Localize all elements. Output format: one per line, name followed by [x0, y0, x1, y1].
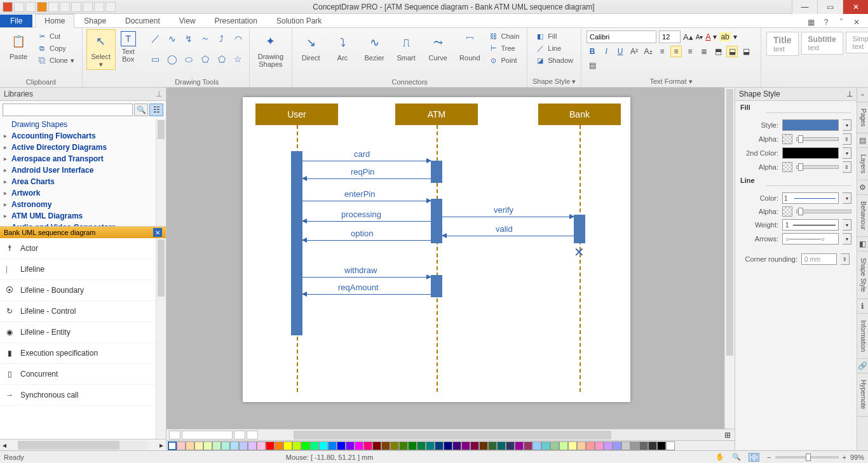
msg-valid[interactable]	[442, 236, 574, 236]
vtab-pages-icon[interactable]: ▫	[857, 88, 868, 102]
align-justify-button[interactable]: ≣	[698, 46, 710, 57]
page-first-icon[interactable]	[169, 431, 180, 440]
color-swatch[interactable]	[435, 441, 444, 450]
lib-item[interactable]: Area Charts	[0, 176, 166, 187]
color-swatch[interactable]	[275, 441, 283, 450]
shape-concurrent[interactable]: ▯Concurrent	[0, 364, 166, 385]
color-swatch[interactable]	[666, 441, 675, 450]
connector-arc[interactable]: ⤵Arc	[328, 30, 357, 64]
exec-bank[interactable]	[574, 215, 585, 243]
spline-tool[interactable]: ∿	[165, 32, 179, 46]
corner-rounding-input[interactable]: 0 mm	[801, 253, 837, 265]
fill-style-dropdown[interactable]	[782, 119, 839, 131]
decrease-font-icon[interactable]: A▾	[696, 34, 703, 41]
msg-card[interactable]	[302, 161, 431, 161]
font-size-input[interactable]	[659, 30, 681, 43]
color-swatch[interactable]	[559, 441, 568, 450]
color-swatch[interactable]	[630, 441, 639, 450]
arc-tool[interactable]: ◠	[231, 32, 245, 46]
color-swatch[interactable]	[292, 441, 301, 450]
color-swatch[interactable]	[310, 441, 319, 450]
line-tool[interactable]: ／	[149, 32, 163, 46]
color-swatch[interactable]	[524, 441, 532, 450]
shape-lifeline-control[interactable]: ↻Lifeline - Control	[0, 301, 166, 322]
line-button[interactable]: ／Line	[534, 43, 574, 54]
lib-item[interactable]: Drawing Shapes	[0, 119, 166, 130]
lifeline-user[interactable]: User	[255, 104, 338, 125]
vtab-shapestyle-icon[interactable]: ◧	[857, 237, 868, 252]
corner-spinner[interactable]: ⇕	[841, 253, 850, 265]
close-doc-icon[interactable]: ✕	[851, 17, 862, 27]
select-tool[interactable]: ↖ Select▾	[86, 29, 116, 70]
tab-view[interactable]: View	[170, 14, 205, 27]
valign-top-button[interactable]: ⬒	[712, 46, 724, 57]
line-alpha-slider[interactable]	[796, 210, 851, 213]
color-swatch[interactable]	[541, 441, 550, 450]
color-swatch[interactable]	[506, 441, 515, 450]
library-search-input[interactable]	[3, 104, 133, 116]
minimize-button[interactable]: —	[792, 0, 817, 14]
color-swatch[interactable]	[257, 441, 266, 450]
polygon-tool[interactable]: ⬠	[215, 52, 229, 66]
close-library-icon[interactable]: ✕	[153, 228, 162, 237]
exec-atm-3[interactable]	[431, 275, 442, 297]
tab-presentation[interactable]: Presentation	[205, 14, 267, 27]
vtab-layers[interactable]: Layers	[857, 148, 868, 180]
maximize-button[interactable]: ▭	[817, 0, 843, 14]
color-swatch[interactable]	[266, 441, 275, 450]
canvas-zoom-tool-icon[interactable]: ⊞	[721, 431, 735, 440]
color-swatch[interactable]	[479, 441, 488, 450]
color-swatch[interactable]	[186, 441, 194, 450]
color-swatch[interactable]	[568, 441, 577, 450]
second-color-dropdown[interactable]	[782, 147, 839, 159]
pin-icon[interactable]: ⊥	[846, 90, 853, 98]
second-alpha-slider[interactable]	[796, 165, 839, 169]
vtab-hypernote[interactable]: Hypernote	[857, 373, 868, 416]
color-swatch[interactable]	[586, 441, 595, 450]
alpha-spinner[interactable]: ⇕	[843, 133, 851, 145]
preset-subtitle[interactable]: Subtitletext	[801, 32, 843, 55]
qa-undo[interactable]	[25, 2, 36, 12]
color-swatch[interactable]	[408, 441, 417, 450]
line-weight-dropdown[interactable]: 1	[782, 219, 839, 231]
exec-atm-1[interactable]	[431, 161, 442, 183]
ellipse-shape-tool[interactable]: ◯	[165, 52, 179, 66]
shapes-scrollbar[interactable]	[156, 238, 166, 439]
color-swatch[interactable]	[444, 441, 452, 450]
polyline-tool[interactable]: ↯	[182, 32, 196, 46]
library-icon[interactable]: ▦	[806, 17, 816, 27]
color-swatch[interactable]	[577, 441, 586, 450]
lib-item[interactable]: Audio and Video Connectors	[0, 222, 166, 227]
align-center-button[interactable]: ≡	[670, 46, 682, 57]
pin-icon[interactable]: ⊥	[156, 90, 162, 98]
page-tabs[interactable]	[166, 431, 294, 440]
color-swatch[interactable]	[248, 441, 257, 450]
fill-alpha-slider[interactable]	[796, 137, 839, 141]
color-swatch[interactable]	[177, 441, 186, 450]
connector-point[interactable]: ⊙Point	[487, 55, 521, 66]
page-prev-icon[interactable]	[182, 431, 233, 440]
dropdown-icon[interactable]: ▾	[843, 233, 851, 245]
bold-button[interactable]: B	[587, 46, 598, 57]
font-family-input[interactable]	[587, 30, 656, 43]
pan-tool-icon[interactable]: ✋	[715, 453, 724, 461]
color-swatch[interactable]	[194, 441, 203, 450]
font-color-icon[interactable]: A	[705, 32, 710, 41]
color-swatch[interactable]	[488, 441, 497, 450]
color-swatch[interactable]	[363, 441, 372, 450]
color-swatch[interactable]	[470, 441, 479, 450]
bezier-tool[interactable]: ⤴	[215, 32, 229, 46]
valign-middle-button[interactable]: ⬓	[726, 46, 738, 57]
zoom-slider[interactable]	[775, 456, 839, 459]
color-swatch[interactable]	[221, 441, 230, 450]
superscript-button[interactable]: A²	[628, 46, 640, 57]
lib-item[interactable]: Artwork	[0, 187, 166, 199]
arrows-dropdown[interactable]: ○───────○	[782, 233, 839, 245]
qa-btn[interactable]	[37, 2, 47, 12]
msg-reqamount[interactable]	[302, 294, 431, 295]
color-swatch[interactable]	[648, 441, 657, 450]
preset-title[interactable]: Titletext	[766, 32, 799, 56]
lib-scrollbar[interactable]	[156, 119, 166, 226]
underline-button[interactable]: U	[614, 46, 626, 57]
qa-logo[interactable]	[3, 2, 13, 12]
